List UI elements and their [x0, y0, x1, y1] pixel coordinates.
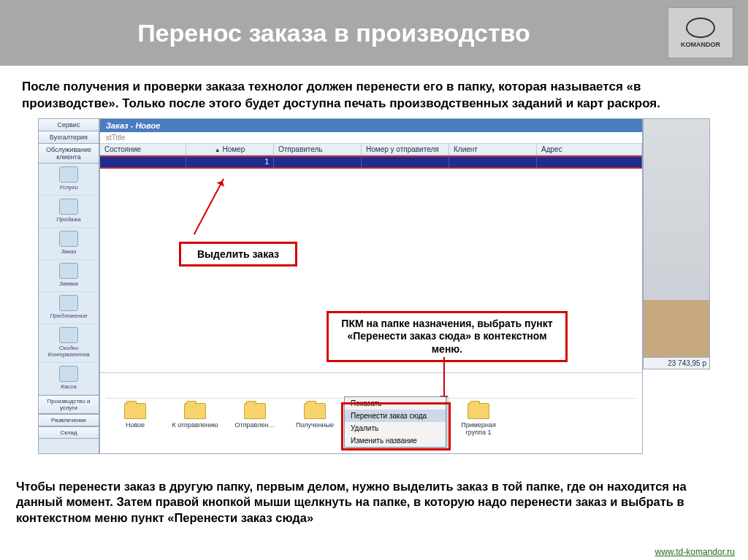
ctx-delete[interactable]: Удалить [345, 422, 446, 434]
coins-icon [59, 366, 78, 382]
intro-text: После получения и проверки заказа технол… [0, 66, 748, 118]
sidebar-item-label: Заказ [40, 248, 97, 255]
sidebar-item-label: Предложение [40, 312, 97, 319]
cell-client [449, 157, 537, 167]
calendar-icon [59, 231, 78, 247]
arrow-annotation [194, 178, 224, 234]
brand-logo: KOMANDOR [668, 7, 733, 58]
sidebar-item-request[interactable]: Заявка [39, 260, 99, 292]
sidebar-item-discounts[interactable]: Скидки Контрагентов [39, 324, 99, 363]
ctx-show[interactable]: Показать [345, 397, 446, 410]
sidebar-section-production[interactable]: Производство и услуги [39, 395, 99, 414]
sidebar-item-order[interactable]: Заказ [39, 228, 99, 260]
cell-number: 1 [186, 157, 274, 167]
col-sender[interactable]: Отправитель [274, 144, 362, 155]
sidebar-item-cash[interactable]: Касса [39, 363, 99, 395]
arrow-annotation [443, 357, 445, 402]
col-state[interactable]: Состояние [100, 144, 186, 155]
doc-icon [59, 295, 78, 311]
folder-received[interactable]: Полученные [291, 403, 338, 429]
ctx-rename[interactable]: Изменить название [345, 434, 446, 447]
folder-icon [304, 403, 326, 419]
folder-to-send[interactable]: К отправлению [172, 403, 218, 429]
cell-address [537, 157, 642, 167]
sidebar-section-warehouse[interactable]: Склад [39, 426, 99, 439]
sidebar-item-label: Услуги [40, 184, 97, 191]
preview-floor [644, 300, 709, 366]
sidebar-item-sale[interactable]: Продажа [39, 196, 99, 228]
cell-sender-number [362, 157, 449, 167]
grid-body: Выделить заказ ПКМ на папке назначения, … [100, 169, 642, 373]
col-sender-number[interactable]: Номер у отправителя [362, 144, 449, 155]
sidebar-section-fun[interactable]: Развлечение [39, 414, 99, 426]
ctx-move-order-here[interactable]: Перенести заказ сюда [345, 410, 446, 422]
brand-name: KOMANDOR [681, 41, 720, 48]
tools-icon [59, 166, 78, 183]
sidebar-item-services[interactable]: Услуги [39, 164, 99, 196]
preview-3d [643, 118, 710, 367]
app-screenshot: Сервис Бухгалтерия Обслуживание клиента … [38, 118, 710, 454]
sidebar-item-label: Скидки Контрагентов [40, 345, 97, 358]
footer-link[interactable]: www.td-komandor.ru [655, 547, 735, 557]
bag-icon [59, 199, 78, 215]
sidebar-item-offer[interactable]: Предложение [39, 292, 99, 324]
callout-select-order: Выделить заказ [179, 242, 297, 266]
sidebar-item-label: Заявка [40, 280, 97, 287]
folder-icon [468, 403, 489, 419]
sidebar-item-label: Продажа [40, 216, 97, 223]
folder-icon [124, 403, 146, 419]
context-menu: Показать Перенести заказ сюда Удалить Из… [344, 396, 446, 448]
col-client[interactable]: Клиент [449, 144, 537, 155]
col-address[interactable]: Адрес [537, 144, 642, 155]
slide-header: Перенос заказа в производство KOMANDOR [0, 0, 748, 66]
sidebar-tab-accounting[interactable]: Бухгалтерия [39, 131, 99, 144]
folder-sent[interactable]: Отправлен… [232, 403, 278, 429]
sidebar-tab-client[interactable]: Обслуживание клиента [39, 144, 99, 164]
app-main: Заказ - Новое stTitle Состояние ▲ Номер … [99, 118, 643, 454]
cell-sender [274, 157, 362, 167]
window-title: Заказ - Новое [100, 119, 642, 132]
folder-sample-group[interactable]: Примерная группа 1 [455, 403, 502, 436]
col-number[interactable]: ▲ Номер [186, 144, 274, 155]
percent-icon [59, 327, 78, 343]
folder-new[interactable]: Новое [112, 403, 159, 429]
slide-title: Перенос заказа в производство [0, 19, 668, 47]
app-sidebar: Сервис Бухгалтерия Обслуживание клиента … [38, 118, 99, 454]
folder-icon [244, 403, 266, 419]
outro-text: Чтобы перенести заказ в другую папку, пе… [16, 479, 732, 526]
window-subtitle: stTitle [100, 132, 642, 143]
sidebar-tab-service[interactable]: Сервис [39, 119, 99, 131]
grid-header: Состояние ▲ Номер Отправитель Номер у от… [100, 143, 642, 156]
folder-icon [184, 403, 206, 419]
phone-icon [59, 263, 78, 279]
globe-icon [686, 18, 715, 38]
sidebar-item-label: Касса [40, 383, 97, 390]
status-price: 23 743,95 р [643, 357, 710, 369]
table-row[interactable]: 1 [100, 156, 642, 169]
cell-state [100, 157, 186, 167]
callout-rmb-folder: ПКМ на папке назначения, выбрать пункт «… [327, 311, 568, 363]
